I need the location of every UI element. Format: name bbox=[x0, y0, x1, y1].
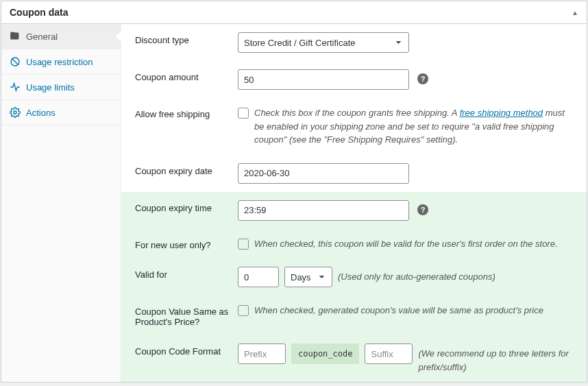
free-shipping-label: Allow free shipping bbox=[135, 106, 238, 119]
code-format-label: Coupon Code Format bbox=[135, 343, 238, 357]
tag-icon bbox=[10, 31, 21, 42]
coupon-amount-input[interactable] bbox=[238, 69, 409, 90]
new-user-checkbox[interactable] bbox=[238, 239, 249, 250]
valid-for-input[interactable] bbox=[238, 267, 279, 287]
coupon-amount-label: Coupon amount bbox=[135, 69, 238, 82]
tab-label: Usage limits bbox=[26, 82, 75, 93]
same-price-label: Coupon Value Same as Product's Price? bbox=[135, 304, 238, 327]
tab-label: Actions bbox=[26, 108, 56, 118]
code-format-desc: (We recommend up to three letters for pr… bbox=[418, 343, 573, 374]
new-user-label: For new user only? bbox=[135, 237, 238, 250]
free-shipping-checkbox[interactable] bbox=[238, 108, 249, 119]
svg-point-3 bbox=[14, 111, 16, 114]
discount-type-label: Discount type bbox=[135, 32, 238, 45]
svg-rect-0 bbox=[10, 34, 19, 38]
tab-actions[interactable]: Actions bbox=[1, 100, 121, 125]
activity-icon bbox=[10, 82, 21, 93]
panel-title: Coupon data bbox=[10, 7, 69, 18]
coupon-data-panel: Coupon data ▲ General Usage restriction bbox=[1, 1, 587, 383]
ban-icon bbox=[10, 56, 21, 67]
tab-content: Discount type Store Credit / Gift Certif… bbox=[121, 24, 587, 382]
tab-usage-restriction[interactable]: Usage restriction bbox=[1, 49, 121, 75]
discount-type-select[interactable]: Store Credit / Gift Certificate bbox=[238, 32, 409, 53]
valid-for-unit-select[interactable]: Days bbox=[284, 267, 332, 287]
new-user-desc: When checked, this coupon will be valid … bbox=[254, 237, 573, 251]
free-shipping-desc: Check this box if the coupon grants free… bbox=[254, 106, 573, 147]
valid-for-desc: (Used only for auto-generated coupons) bbox=[338, 267, 495, 284]
same-price-desc: When checked, generated coupon's value w… bbox=[254, 304, 573, 317]
tab-label: General bbox=[26, 32, 58, 42]
expiry-time-input[interactable] bbox=[238, 200, 409, 221]
panel-header[interactable]: Coupon data ▲ bbox=[1, 1, 587, 24]
expiry-time-label: Coupon expiry time bbox=[135, 200, 238, 213]
tabs-sidebar: General Usage restriction Usage limits A… bbox=[1, 24, 121, 382]
help-icon[interactable]: ? bbox=[417, 73, 428, 84]
tab-label: Usage restriction bbox=[26, 57, 93, 67]
tab-usage-limits[interactable]: Usage limits bbox=[1, 75, 121, 100]
suffix-input[interactable] bbox=[365, 343, 413, 364]
help-icon[interactable]: ? bbox=[417, 204, 428, 215]
same-price-checkbox[interactable] bbox=[238, 305, 249, 316]
tab-general[interactable]: General bbox=[1, 24, 121, 49]
prefix-input[interactable] bbox=[238, 343, 286, 364]
svg-line-2 bbox=[12, 58, 18, 64]
coupon-code-chip: coupon_code bbox=[291, 343, 359, 364]
expiry-date-input[interactable] bbox=[238, 163, 409, 184]
expiry-date-label: Coupon expiry date bbox=[135, 163, 238, 176]
free-shipping-link[interactable]: free shipping method bbox=[460, 108, 543, 118]
valid-for-label: Valid for bbox=[135, 267, 238, 280]
collapse-icon[interactable]: ▲ bbox=[572, 9, 578, 16]
gear-icon bbox=[10, 107, 21, 118]
